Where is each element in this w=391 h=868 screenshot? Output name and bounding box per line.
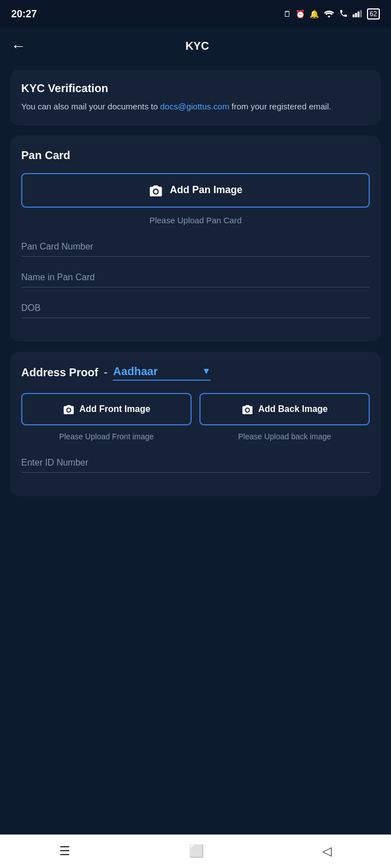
- menu-button[interactable]: ☰: [48, 838, 82, 864]
- kyc-info-card: KYC Verification You can also mail your …: [10, 70, 381, 126]
- menu-icon: ☰: [59, 844, 70, 859]
- address-proof-title: Address Proof: [21, 366, 98, 379]
- address-proof-section: Address Proof - Aadhaar Passport Driving…: [10, 352, 381, 496]
- front-upload-hint: Please Upload Front image: [21, 432, 192, 441]
- bottom-nav: ☰ ⬜ ◁: [0, 835, 391, 868]
- id-number-group: [21, 452, 370, 473]
- id-number-input[interactable]: [21, 452, 370, 473]
- back-nav-button[interactable]: ◁: [311, 838, 343, 864]
- status-time: 20:27: [11, 8, 37, 20]
- address-proof-header: Address Proof - Aadhaar Passport Driving…: [21, 365, 370, 381]
- alarm-icon: ⏰: [295, 9, 305, 18]
- upload-row: Add Front Image Add Back Image: [21, 393, 370, 425]
- page-title: KYC: [31, 40, 363, 52]
- kyc-info-title: KYC Verification: [21, 82, 370, 95]
- add-front-image-button[interactable]: Add Front Image: [21, 393, 192, 425]
- svg-rect-3: [360, 9, 362, 17]
- add-pan-image-label: Add Pan Image: [170, 184, 242, 196]
- signal-icon: [352, 9, 363, 19]
- notification-icon: 🔔: [309, 9, 319, 18]
- address-proof-select-wrapper[interactable]: Aadhaar Passport Driving License Voter I…: [113, 365, 211, 381]
- address-proof-select[interactable]: Aadhaar Passport Driving License Voter I…: [113, 365, 198, 377]
- sim-icon: 🗒: [283, 9, 291, 18]
- home-icon: ⬜: [189, 844, 204, 859]
- back-upload-hint: Please Upload back image: [199, 432, 370, 441]
- kyc-email-link[interactable]: docs@giottus.com: [160, 102, 230, 111]
- pan-card-section: Pan Card Add Pan Image Please Upload Pan…: [10, 136, 381, 342]
- kyc-info-text: You can also mail your documents to docs…: [21, 100, 370, 113]
- status-icons: 🗒 ⏰ 🔔 62: [283, 8, 380, 20]
- back-button[interactable]: ←: [11, 35, 31, 57]
- kyc-description-end: from your registered email.: [229, 102, 331, 111]
- call-icon: [339, 9, 348, 20]
- pan-upload-hint: Please Upload Pan Card: [21, 215, 370, 225]
- add-pan-image-button[interactable]: Add Pan Image: [21, 173, 370, 208]
- pan-name-group: [21, 267, 370, 287]
- add-front-image-label: Add Front Image: [79, 404, 150, 414]
- pan-number-group: [21, 236, 370, 257]
- home-button[interactable]: ⬜: [178, 838, 215, 864]
- top-nav: ← KYC: [0, 28, 391, 64]
- dob-group: [21, 298, 370, 318]
- upload-hints-row: Please Upload Front image Please Upload …: [21, 432, 370, 441]
- svg-rect-0: [352, 14, 355, 17]
- camera-back-icon: [241, 404, 254, 414]
- camera-front-icon: [63, 404, 75, 414]
- battery-icon: 62: [367, 8, 380, 20]
- camera-icon: [149, 184, 163, 196]
- main-content: KYC Verification You can also mail your …: [0, 64, 391, 835]
- pan-card-title: Pan Card: [21, 149, 370, 162]
- dropdown-arrow-icon: ▼: [202, 366, 211, 376]
- address-proof-dash: -: [104, 366, 108, 379]
- dob-input[interactable]: [21, 298, 370, 318]
- wifi-icon: [323, 9, 335, 20]
- add-back-image-button[interactable]: Add Back Image: [199, 393, 370, 425]
- add-back-image-label: Add Back Image: [258, 404, 327, 414]
- pan-number-input[interactable]: [21, 236, 370, 257]
- kyc-description: You can also mail your documents to: [21, 102, 160, 111]
- pan-name-input[interactable]: [21, 267, 370, 287]
- svg-rect-2: [357, 11, 360, 17]
- svg-rect-1: [355, 13, 357, 17]
- status-bar: 20:27 🗒 ⏰ 🔔 62: [0, 0, 391, 28]
- back-nav-icon: ◁: [322, 844, 332, 859]
